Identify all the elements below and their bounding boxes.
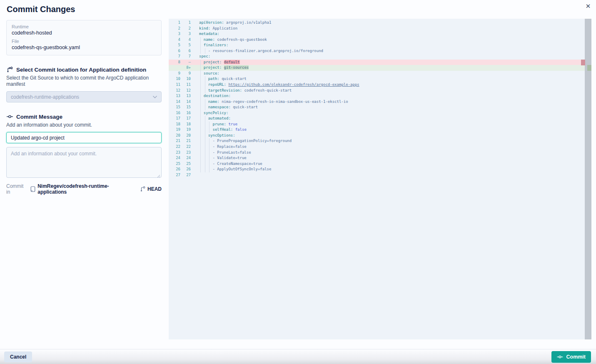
code-line-content: name: codefresh-qs-guestbook	[199, 37, 267, 43]
indent-guide	[205, 138, 205, 144]
code-line-content: repoURL: https://github.com/oleksandr-co…	[199, 82, 359, 88]
line-number-new: 15	[180, 105, 191, 110]
line-number-old: 4	[169, 37, 180, 43]
line-number-new: 10	[180, 76, 191, 82]
line-number-new: 14	[180, 99, 191, 105]
line-number-new: 3	[180, 31, 191, 37]
code-token: Validate=true	[217, 156, 246, 160]
commit-message-subtitle: Add an information about your commit.	[6, 122, 162, 128]
code-line: 44name: codefresh-qs-guestbook	[169, 37, 585, 43]
line-number-new: 7	[180, 54, 191, 60]
indent-guide	[209, 138, 209, 144]
code-token: syncOptions:	[208, 133, 235, 137]
indent-guide	[205, 82, 205, 88]
indent-guide	[209, 122, 209, 127]
indent-guide	[200, 133, 201, 139]
line-number-new: 21	[180, 138, 191, 144]
commit-summary-input[interactable]	[6, 132, 162, 143]
repository-name: NimRegev/codefresh-runtime-applications	[37, 183, 137, 195]
code-line: 8–project: default	[169, 60, 585, 65]
git-source-dropdown[interactable]: codefresh-runtime-applications	[6, 91, 162, 102]
code-token: project:	[204, 65, 222, 70]
line-number-new: 2	[180, 26, 191, 32]
code-line: 1313destination:	[169, 93, 585, 99]
code-token: finalizers:	[204, 43, 229, 47]
commit-message-section-title: Commit Message	[16, 114, 62, 120]
line-number-new: 23	[180, 150, 191, 156]
indent-guide	[200, 82, 201, 88]
indent-guide	[200, 88, 201, 94]
code-editor[interactable]: 11apiVersion: argoproj.io/v1alpha122kind…	[169, 19, 591, 339]
line-number-new: 6	[180, 48, 191, 54]
chevron-down-icon	[152, 95, 157, 99]
code-token	[222, 60, 224, 64]
code-token: repoURL:	[208, 82, 226, 87]
line-number-old: 7	[169, 54, 180, 60]
code-line: 11apiVersion: argoproj.io/v1alpha1	[169, 20, 585, 26]
commit-target-row: Commit in NimRegev/codefresh-runtime-app…	[6, 183, 162, 195]
indent-guide	[200, 116, 201, 122]
code-token: codefresh-qs-guestbook	[217, 37, 267, 42]
indent-guide	[200, 127, 201, 133]
code-line-content: metadata:	[199, 31, 219, 37]
code-token: -	[213, 139, 217, 143]
commit-button[interactable]: Commit	[551, 351, 591, 363]
line-number-old: 24	[169, 155, 180, 161]
runtime-value: codefresh-hosted	[12, 30, 156, 37]
code-token: quick-start	[222, 77, 247, 81]
line-number-old: 20	[169, 133, 180, 139]
line-number-old: 26	[169, 167, 180, 172]
code-token: nima-regev-codefresh-io-nima-sandbox-us-…	[222, 100, 348, 104]
line-number-new: 11	[180, 82, 191, 88]
line-number-old: 22	[169, 144, 180, 150]
line-number-new: 5	[180, 42, 191, 48]
code-line-content: apiVersion: argoproj.io/v1alpha1	[199, 20, 271, 26]
code-token: PrunePropagationPolicy=foreground	[217, 139, 292, 143]
line-number-old: 17	[169, 116, 180, 122]
code-token: automated:	[208, 116, 231, 120]
code-line: 2121- PrunePropagationPolicy=foreground	[169, 138, 585, 144]
code-line-content: source:	[199, 71, 219, 77]
code-token: codefresh-quick-start	[244, 88, 292, 92]
repository-icon	[30, 186, 35, 192]
line-number-new: 13	[180, 93, 191, 99]
runtime-file-info-box: Runtime codefresh-hosted File codefresh-…	[6, 20, 162, 55]
line-number-old: 23	[169, 150, 180, 156]
indent-guide	[200, 138, 201, 144]
code-line: 77spec:	[169, 54, 585, 60]
code-line: 1212targetRevision: codefresh-quick-star…	[169, 88, 585, 94]
code-line: 1111repoURL: https://github.com/oleksand…	[169, 82, 585, 88]
code-token: resources-finalizer.argocd.argoproj.io/f…	[213, 49, 324, 53]
code-token: Replace=false	[217, 145, 246, 149]
code-line: 66- resources-finalizer.argocd.argoproj.…	[169, 48, 585, 54]
line-number-new: 22	[180, 144, 191, 150]
indent-guide	[205, 88, 205, 94]
code-line-content: syncOptions:	[199, 133, 235, 139]
line-number-new: 18	[180, 122, 191, 127]
cancel-button[interactable]: Cancel	[4, 352, 32, 362]
indent-guide	[205, 133, 205, 139]
commit-description-textarea[interactable]	[6, 147, 162, 178]
code-line-content: automated:	[199, 116, 231, 122]
code-token: name:	[204, 37, 215, 42]
code-line: 2424- Validate=true	[169, 155, 585, 161]
indent-guide	[200, 76, 201, 82]
code-line-content: - resources-finalizer.argocd.argoproj.io…	[199, 48, 323, 54]
code-token: https://github.com/oleksandr-codefresh/a…	[228, 82, 359, 87]
indent-guide	[209, 144, 209, 150]
indent-guide	[209, 167, 209, 172]
line-number-new: 8+	[180, 65, 191, 71]
close-icon[interactable]: ✕	[584, 2, 592, 10]
code-line-content: namespace: quick-start	[199, 105, 258, 110]
commit-in-label: Commit in	[6, 183, 28, 195]
line-number-old: 9	[169, 71, 180, 77]
code-line-content: destination:	[199, 93, 231, 99]
code-line: 1414name: nima-regev-codefresh-io-nima-s…	[169, 99, 585, 105]
code-token: -	[213, 150, 217, 155]
code-line-content: - PruneLast=false	[199, 150, 251, 156]
code-token: default	[224, 60, 240, 64]
code-token: ApplyOutOfSyncOnly=false	[217, 167, 271, 171]
code-line: 2727	[169, 172, 585, 178]
code-line-content: prune: true	[199, 122, 237, 127]
code-token: -	[213, 156, 217, 160]
